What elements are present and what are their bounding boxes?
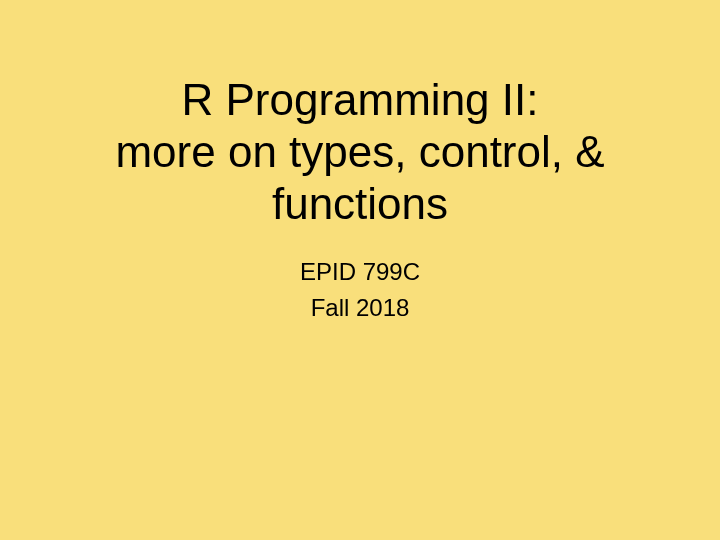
slide-container: R Programming II: more on types, control… — [0, 0, 720, 326]
title-line-1: R Programming II: — [115, 74, 604, 126]
title-line-3: functions — [115, 178, 604, 230]
subtitle-line-1: EPID 799C — [300, 254, 420, 290]
slide-title: R Programming II: more on types, control… — [115, 74, 604, 230]
title-line-2: more on types, control, & — [115, 126, 604, 178]
subtitle-line-2: Fall 2018 — [300, 290, 420, 326]
slide-subtitle: EPID 799C Fall 2018 — [300, 254, 420, 326]
